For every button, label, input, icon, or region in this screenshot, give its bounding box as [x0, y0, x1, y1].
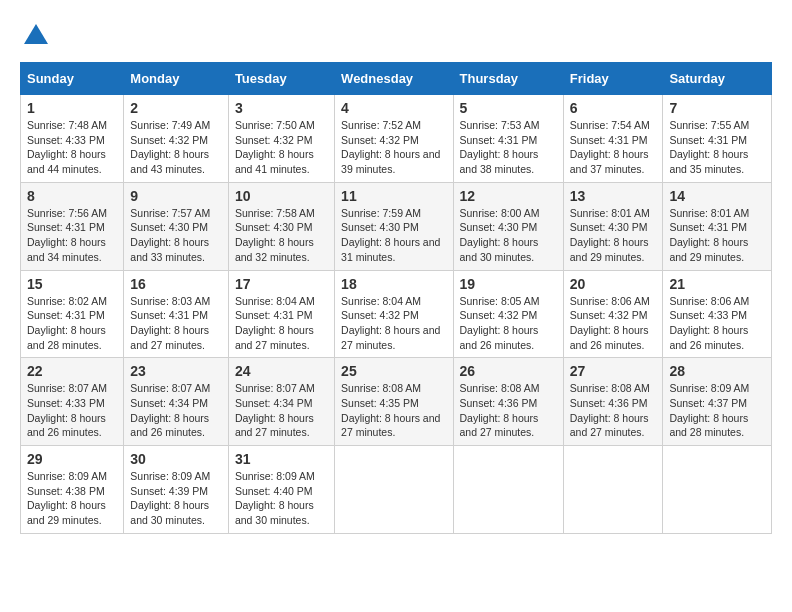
calendar-cell: 30 Sunrise: 8:09 AMSunset: 4:39 PMDaylig…	[124, 446, 229, 534]
calendar-cell	[563, 446, 663, 534]
calendar-cell: 29 Sunrise: 8:09 AMSunset: 4:38 PMDaylig…	[21, 446, 124, 534]
weekday-header-row: SundayMondayTuesdayWednesdayThursdayFrid…	[21, 63, 772, 95]
day-number: 5	[460, 100, 557, 116]
day-number: 22	[27, 363, 117, 379]
day-detail: Sunrise: 8:09 AMSunset: 4:39 PMDaylight:…	[130, 470, 210, 526]
day-number: 30	[130, 451, 222, 467]
calendar-cell: 20 Sunrise: 8:06 AMSunset: 4:32 PMDaylig…	[563, 270, 663, 358]
calendar-cell: 12 Sunrise: 8:00 AMSunset: 4:30 PMDaylig…	[453, 182, 563, 270]
calendar-cell: 25 Sunrise: 8:08 AMSunset: 4:35 PMDaylig…	[335, 358, 453, 446]
calendar-cell: 21 Sunrise: 8:06 AMSunset: 4:33 PMDaylig…	[663, 270, 772, 358]
calendar-table: SundayMondayTuesdayWednesdayThursdayFrid…	[20, 62, 772, 534]
day-detail: Sunrise: 8:07 AMSunset: 4:33 PMDaylight:…	[27, 382, 107, 438]
day-detail: Sunrise: 8:09 AMSunset: 4:40 PMDaylight:…	[235, 470, 315, 526]
day-detail: Sunrise: 7:49 AMSunset: 4:32 PMDaylight:…	[130, 119, 210, 175]
calendar-cell: 23 Sunrise: 8:07 AMSunset: 4:34 PMDaylig…	[124, 358, 229, 446]
weekday-header: Tuesday	[228, 63, 334, 95]
weekday-header: Friday	[563, 63, 663, 95]
day-detail: Sunrise: 8:07 AMSunset: 4:34 PMDaylight:…	[235, 382, 315, 438]
calendar-cell: 9 Sunrise: 7:57 AMSunset: 4:30 PMDayligh…	[124, 182, 229, 270]
day-detail: Sunrise: 7:48 AMSunset: 4:33 PMDaylight:…	[27, 119, 107, 175]
day-number: 15	[27, 276, 117, 292]
day-detail: Sunrise: 7:54 AMSunset: 4:31 PMDaylight:…	[570, 119, 650, 175]
weekday-header: Saturday	[663, 63, 772, 95]
calendar-cell: 28 Sunrise: 8:09 AMSunset: 4:37 PMDaylig…	[663, 358, 772, 446]
day-detail: Sunrise: 8:06 AMSunset: 4:32 PMDaylight:…	[570, 295, 650, 351]
day-number: 27	[570, 363, 657, 379]
logo-icon	[20, 20, 52, 52]
calendar-cell: 16 Sunrise: 8:03 AMSunset: 4:31 PMDaylig…	[124, 270, 229, 358]
day-detail: Sunrise: 8:01 AMSunset: 4:31 PMDaylight:…	[669, 207, 749, 263]
day-detail: Sunrise: 8:05 AMSunset: 4:32 PMDaylight:…	[460, 295, 540, 351]
calendar-week-row: 1 Sunrise: 7:48 AMSunset: 4:33 PMDayligh…	[21, 95, 772, 183]
calendar-cell: 6 Sunrise: 7:54 AMSunset: 4:31 PMDayligh…	[563, 95, 663, 183]
calendar-cell: 4 Sunrise: 7:52 AMSunset: 4:32 PMDayligh…	[335, 95, 453, 183]
day-detail: Sunrise: 7:52 AMSunset: 4:32 PMDaylight:…	[341, 119, 440, 175]
day-detail: Sunrise: 8:00 AMSunset: 4:30 PMDaylight:…	[460, 207, 540, 263]
header	[20, 20, 772, 52]
day-number: 20	[570, 276, 657, 292]
calendar-cell: 14 Sunrise: 8:01 AMSunset: 4:31 PMDaylig…	[663, 182, 772, 270]
calendar-cell: 27 Sunrise: 8:08 AMSunset: 4:36 PMDaylig…	[563, 358, 663, 446]
day-number: 1	[27, 100, 117, 116]
day-detail: Sunrise: 7:58 AMSunset: 4:30 PMDaylight:…	[235, 207, 315, 263]
calendar-cell: 13 Sunrise: 8:01 AMSunset: 4:30 PMDaylig…	[563, 182, 663, 270]
day-number: 3	[235, 100, 328, 116]
day-number: 31	[235, 451, 328, 467]
day-detail: Sunrise: 8:02 AMSunset: 4:31 PMDaylight:…	[27, 295, 107, 351]
day-number: 8	[27, 188, 117, 204]
day-number: 18	[341, 276, 446, 292]
calendar-cell: 18 Sunrise: 8:04 AMSunset: 4:32 PMDaylig…	[335, 270, 453, 358]
day-detail: Sunrise: 7:53 AMSunset: 4:31 PMDaylight:…	[460, 119, 540, 175]
weekday-header: Wednesday	[335, 63, 453, 95]
day-detail: Sunrise: 8:06 AMSunset: 4:33 PMDaylight:…	[669, 295, 749, 351]
day-detail: Sunrise: 7:57 AMSunset: 4:30 PMDaylight:…	[130, 207, 210, 263]
calendar-cell	[335, 446, 453, 534]
calendar-week-row: 29 Sunrise: 8:09 AMSunset: 4:38 PMDaylig…	[21, 446, 772, 534]
calendar-cell: 2 Sunrise: 7:49 AMSunset: 4:32 PMDayligh…	[124, 95, 229, 183]
day-number: 12	[460, 188, 557, 204]
calendar-week-row: 22 Sunrise: 8:07 AMSunset: 4:33 PMDaylig…	[21, 358, 772, 446]
day-number: 11	[341, 188, 446, 204]
day-number: 24	[235, 363, 328, 379]
day-number: 29	[27, 451, 117, 467]
calendar-cell: 10 Sunrise: 7:58 AMSunset: 4:30 PMDaylig…	[228, 182, 334, 270]
calendar-cell: 11 Sunrise: 7:59 AMSunset: 4:30 PMDaylig…	[335, 182, 453, 270]
day-detail: Sunrise: 8:01 AMSunset: 4:30 PMDaylight:…	[570, 207, 650, 263]
calendar-cell: 7 Sunrise: 7:55 AMSunset: 4:31 PMDayligh…	[663, 95, 772, 183]
day-number: 4	[341, 100, 446, 116]
day-detail: Sunrise: 8:08 AMSunset: 4:36 PMDaylight:…	[460, 382, 540, 438]
day-number: 14	[669, 188, 765, 204]
day-number: 2	[130, 100, 222, 116]
calendar-cell: 3 Sunrise: 7:50 AMSunset: 4:32 PMDayligh…	[228, 95, 334, 183]
calendar-cell: 31 Sunrise: 8:09 AMSunset: 4:40 PMDaylig…	[228, 446, 334, 534]
day-number: 16	[130, 276, 222, 292]
day-number: 28	[669, 363, 765, 379]
day-number: 23	[130, 363, 222, 379]
weekday-header: Monday	[124, 63, 229, 95]
day-number: 26	[460, 363, 557, 379]
day-number: 17	[235, 276, 328, 292]
day-detail: Sunrise: 8:03 AMSunset: 4:31 PMDaylight:…	[130, 295, 210, 351]
day-detail: Sunrise: 8:04 AMSunset: 4:32 PMDaylight:…	[341, 295, 440, 351]
day-number: 13	[570, 188, 657, 204]
day-number: 9	[130, 188, 222, 204]
calendar-cell: 5 Sunrise: 7:53 AMSunset: 4:31 PMDayligh…	[453, 95, 563, 183]
calendar-cell: 24 Sunrise: 8:07 AMSunset: 4:34 PMDaylig…	[228, 358, 334, 446]
day-number: 10	[235, 188, 328, 204]
calendar-cell: 22 Sunrise: 8:07 AMSunset: 4:33 PMDaylig…	[21, 358, 124, 446]
calendar-cell: 17 Sunrise: 8:04 AMSunset: 4:31 PMDaylig…	[228, 270, 334, 358]
day-detail: Sunrise: 8:04 AMSunset: 4:31 PMDaylight:…	[235, 295, 315, 351]
calendar-cell: 1 Sunrise: 7:48 AMSunset: 4:33 PMDayligh…	[21, 95, 124, 183]
day-number: 7	[669, 100, 765, 116]
calendar-cell: 26 Sunrise: 8:08 AMSunset: 4:36 PMDaylig…	[453, 358, 563, 446]
day-number: 6	[570, 100, 657, 116]
svg-marker-0	[24, 24, 48, 44]
calendar-cell	[663, 446, 772, 534]
day-detail: Sunrise: 7:59 AMSunset: 4:30 PMDaylight:…	[341, 207, 440, 263]
logo	[20, 20, 56, 52]
day-number: 25	[341, 363, 446, 379]
day-number: 21	[669, 276, 765, 292]
day-detail: Sunrise: 8:09 AMSunset: 4:37 PMDaylight:…	[669, 382, 749, 438]
day-detail: Sunrise: 8:09 AMSunset: 4:38 PMDaylight:…	[27, 470, 107, 526]
